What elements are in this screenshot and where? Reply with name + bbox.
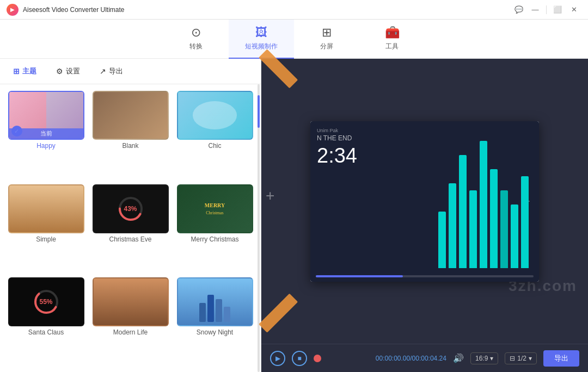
themes-grid: ✓ 当前 Happy Blank C (0, 84, 261, 372)
chart-bar (449, 183, 456, 268)
maximize-button[interactable]: ⬜ (550, 4, 565, 16)
theme-happy-label: Happy (36, 142, 56, 150)
short-video-icon: 🖼 (255, 26, 267, 40)
right-panel: 3zh.com + Unim Pak N THE END 2:34 + (261, 59, 588, 372)
nav-label-tools: 工具 (385, 42, 399, 51)
nav-label-convert: 转换 (189, 42, 203, 51)
sep (546, 5, 547, 14)
preview-frame: Unim Pak N THE END 2:34 + (310, 121, 539, 282)
app-title: Aiseesoft Video Converter Ultimate (23, 6, 511, 14)
theme-merry-christmas[interactable]: MERRY Christmas Merry Christmas (175, 184, 254, 272)
nav-label-short-video: 短视频制作 (245, 42, 278, 51)
play-button[interactable]: ▶ (270, 351, 285, 366)
tab-theme-label: 主题 (22, 66, 36, 76)
theme-santa-claus[interactable]: 55% Santa Claus (7, 277, 85, 365)
tab-settings[interactable]: ⚙ 设置 (52, 64, 84, 78)
nav-item-tools[interactable]: 🧰 工具 (359, 20, 425, 59)
ratio-chevron: ▾ (490, 355, 493, 362)
theme-christmas-eve[interactable]: 43% Christmas Eve (91, 184, 170, 272)
theme-simple[interactable]: Simple (7, 184, 85, 272)
nav-item-convert[interactable]: ⊙ 转换 (163, 20, 229, 59)
minimize-button[interactable]: — (528, 4, 543, 16)
time-display: 00:00:00.00/00:00:04.24 (376, 355, 446, 362)
theme-merry-christmas-label: Merry Christmas (191, 235, 238, 243)
window-controls: 💬 — ⬜ ✕ (511, 4, 581, 16)
theme-blank-label: Blank (122, 142, 138, 150)
app-logo: ▶ (7, 4, 19, 16)
stop-button[interactable]: ■ (292, 351, 307, 366)
preview-progress-fill (316, 275, 403, 277)
record-indicator (314, 355, 321, 362)
controls-bar: ▶ ■ 00:00:00.00/00:00:04.24 🔊 16:9 ▾ ⊟ 1… (261, 344, 588, 372)
theme-current-label: 当前 (9, 128, 83, 139)
scroll-indicator[interactable] (258, 84, 260, 372)
chart-bar (490, 169, 498, 268)
chart-bar (500, 190, 508, 268)
page-icon: ⊟ (510, 355, 515, 362)
chart-bar (438, 212, 446, 268)
settings-tab-icon: ⚙ (56, 67, 63, 76)
chart-bar (521, 176, 529, 268)
tools-icon: 🧰 (385, 26, 400, 40)
theme-modern-life[interactable]: Modern Life (91, 277, 170, 365)
left-panel: ⊞ 主题 ⚙ 设置 ↗ 导出 (0, 59, 261, 372)
preview-content: Unim Pak N THE END 2:34 + (310, 121, 539, 282)
theme-chic-label: Chic (208, 142, 221, 150)
close-button[interactable]: ✕ (566, 4, 581, 16)
main-content: ⊞ 主题 ⚙ 设置 ↗ 导出 (0, 59, 588, 372)
chart-bars (436, 127, 534, 268)
title-bar: ▶ Aiseesoft Video Converter Ultimate 💬 —… (0, 0, 588, 20)
theme-tab-icon: ⊞ (13, 67, 20, 76)
theme-snowy-night-label: Snowy Night (197, 328, 233, 336)
convert-icon: ⊙ (191, 26, 201, 40)
tab-export[interactable]: ↗ 导出 (95, 64, 127, 78)
chart-bar (480, 141, 487, 268)
ratio-value: 16:9 (475, 355, 488, 362)
theme-snowy-night[interactable]: Snowy Night (175, 277, 254, 365)
tab-bar: ⊞ 主题 ⚙ 设置 ↗ 导出 (0, 59, 261, 84)
preview-progress-track (316, 275, 534, 277)
preview-area: 3zh.com + Unim Pak N THE END 2:34 + (261, 59, 588, 344)
santa-progress: 55% (39, 298, 52, 306)
chat-button[interactable]: 💬 (511, 4, 526, 16)
theme-chic[interactable]: Chic (175, 91, 254, 179)
chart-bar (469, 190, 477, 268)
page-value: 1/2 (517, 355, 526, 362)
page-chevron: ▾ (529, 355, 532, 362)
theme-blank[interactable]: Blank (91, 91, 170, 179)
nav-item-split-screen[interactable]: ⊞ 分屏 (294, 20, 359, 59)
page-select[interactable]: ⊟ 1/2 ▾ (505, 352, 537, 364)
scroll-thumb[interactable] (258, 95, 260, 128)
tab-export-label: 导出 (109, 66, 123, 76)
theme-happy[interactable]: ✓ 当前 Happy (7, 91, 85, 179)
volume-icon: 🔊 (453, 353, 464, 363)
chart-bar (459, 155, 467, 268)
nav-bar: ⊙ 转换 🖼 短视频制作 ⊞ 分屏 🧰 工具 (0, 20, 588, 59)
tab-settings-label: 设置 (66, 66, 80, 76)
christmas-eve-progress: 43% (124, 205, 137, 213)
export-tab-icon: ↗ (100, 67, 106, 76)
add-left-button[interactable]: + (266, 187, 274, 204)
theme-modern-life-label: Modern Life (113, 328, 148, 336)
nav-label-split-screen: 分屏 (320, 42, 333, 51)
theme-santa-claus-label: Santa Claus (28, 328, 64, 336)
export-button[interactable]: 导出 (543, 350, 579, 367)
chart-bar (511, 204, 518, 268)
nav-item-short-video[interactable]: 🖼 短视频制作 (229, 20, 294, 59)
ratio-select[interactable]: 16:9 ▾ (470, 352, 498, 364)
split-screen-icon: ⊞ (322, 26, 332, 40)
theme-christmas-eve-label: Christmas Eve (109, 235, 151, 243)
theme-simple-label: Simple (36, 235, 56, 243)
tab-theme[interactable]: ⊞ 主题 (9, 64, 41, 78)
